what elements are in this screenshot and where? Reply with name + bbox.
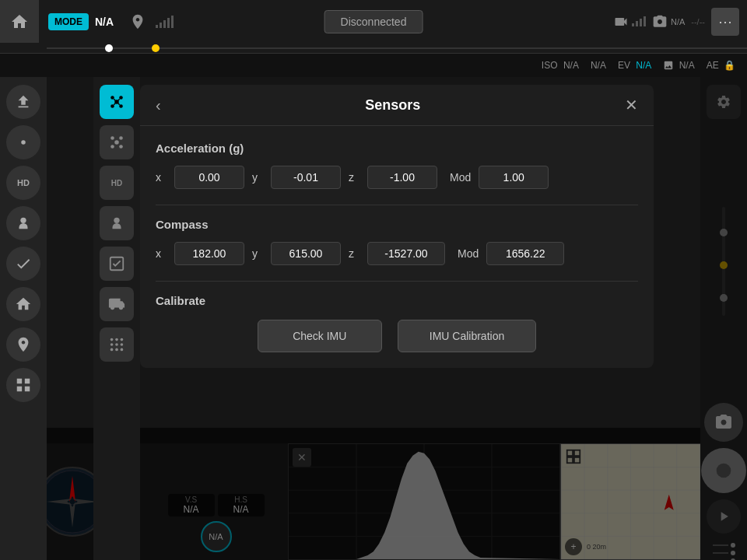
acc-z-field[interactable] — [367, 166, 437, 189]
connection-status-button[interactable]: Disconnected — [324, 10, 423, 33]
sidebar-btn-location[interactable] — [6, 327, 40, 362]
svg-point-12 — [110, 136, 114, 140]
date-time: --/-- — [691, 17, 705, 26]
checklist-icon — [15, 255, 32, 272]
svg-point-14 — [110, 145, 114, 149]
icon-panel-hd-btn[interactable]: HD — [100, 166, 134, 200]
modal-overlay: HD — [47, 77, 747, 560]
comp-y-label: y — [252, 247, 263, 260]
svg-point-1 — [20, 218, 26, 223]
top-bar: MODE N/A Disconnected — [0, 0, 747, 43]
signal-bars — [156, 16, 174, 28]
video-signal-area — [613, 14, 646, 30]
sidebar-btn-hd[interactable]: HD — [6, 166, 40, 200]
acc-y-label: y — [252, 171, 263, 184]
more-button[interactable]: ⋯ — [711, 8, 739, 36]
comp-x-field[interactable] — [174, 242, 244, 265]
checklist2-icon — [108, 255, 125, 272]
signal-area — [120, 13, 183, 30]
ev-value: N/A — [636, 60, 651, 71]
main-content: HD — [0, 77, 747, 560]
sidebar-btn-upload[interactable] — [6, 85, 40, 119]
svg-point-4 — [119, 96, 123, 100]
svg-point-6 — [119, 104, 123, 108]
svg-point-18 — [110, 338, 114, 341]
svg-point-26 — [121, 348, 124, 352]
acc-z-label: z — [349, 171, 359, 184]
check-imu-button[interactable]: Check IMU — [258, 320, 382, 352]
svg-point-13 — [119, 136, 123, 140]
icon-panel-drone-btn[interactable] — [100, 85, 134, 119]
yellow-slider-handle[interactable] — [152, 44, 160, 52]
image-value: N/A — [679, 60, 695, 71]
acc-x-field[interactable] — [174, 166, 244, 189]
svg-point-25 — [115, 348, 118, 352]
svg-line-10 — [118, 103, 120, 105]
pilot-icon — [15, 215, 32, 232]
icon-panel-grid-btn[interactable] — [100, 327, 134, 362]
image-icon-area: N/A — [663, 60, 694, 72]
mode-badge[interactable]: MODE — [48, 13, 89, 30]
acc-y-field[interactable] — [271, 166, 341, 189]
modal-body: Acceleration (g) x y z Mod Compass x — [140, 126, 654, 368]
svg-point-21 — [110, 343, 114, 346]
sidebar-btn-drone[interactable] — [6, 125, 40, 159]
white-slider-handle[interactable] — [105, 44, 113, 52]
upload-icon — [15, 93, 32, 110]
svg-line-9 — [114, 103, 115, 105]
sidebar-btn-pilot[interactable] — [6, 206, 40, 240]
image-icon — [663, 60, 674, 71]
comp-mod-field[interactable] — [486, 242, 564, 265]
camera-signal-area: N/A — [652, 14, 685, 30]
compass-row: x y z Mod — [156, 242, 638, 265]
icon-panel-checklist-btn[interactable] — [100, 247, 134, 281]
svg-point-3 — [110, 96, 114, 100]
icon-panel: HD — [93, 77, 140, 560]
camera-top-icon — [652, 14, 668, 30]
svg-point-5 — [110, 104, 114, 108]
svg-line-7 — [114, 99, 115, 100]
sidebar-btn-grid[interactable] — [6, 368, 40, 402]
location-icon — [15, 336, 32, 353]
top-bar-left: MODE N/A — [0, 0, 613, 43]
modal-back-button[interactable]: ‹ — [156, 96, 161, 114]
home-button[interactable] — [0, 0, 39, 43]
exposure-value: N/A — [591, 60, 606, 71]
sensors-modal: ‹ Sensors ✕ Acceleration (g) x y z Mod — [140, 85, 654, 368]
sidebar-btn-checklist[interactable] — [6, 247, 40, 281]
calibrate-label: Calibrate — [156, 294, 638, 307]
icon-panel-warehouse-btn[interactable] — [100, 287, 134, 321]
icon-panel-drone2-btn[interactable] — [100, 125, 134, 159]
left-sidebar: HD — [0, 77, 47, 560]
svg-point-11 — [114, 140, 119, 145]
icon-panel-pilot-btn[interactable] — [100, 206, 134, 240]
sidebar-btn-warehouse[interactable] — [6, 287, 40, 321]
modal-close-button[interactable]: ✕ — [625, 96, 638, 114]
active-drone-icon — [108, 93, 125, 110]
imu-calibration-button[interactable]: IMU Calibration — [398, 320, 536, 352]
svg-point-0 — [21, 140, 26, 145]
comp-x-label: x — [156, 247, 167, 260]
comp-z-field[interactable] — [367, 242, 445, 265]
warehouse-icon — [15, 296, 32, 313]
comp-mod-label: Mod — [458, 247, 479, 260]
drone2-icon — [108, 134, 125, 151]
svg-point-15 — [119, 145, 123, 149]
acc-mod-label: Mod — [450, 171, 471, 184]
grid-icon — [15, 376, 32, 394]
iso-value: N/A — [563, 60, 579, 71]
modal-title: Sensors — [161, 97, 625, 114]
svg-point-24 — [110, 348, 114, 352]
warehouse2-icon — [108, 296, 125, 313]
slider-bar — [0, 43, 747, 54]
comp-y-field[interactable] — [271, 242, 341, 265]
grid2-icon — [108, 336, 125, 353]
svg-point-23 — [121, 343, 124, 346]
calibrate-buttons: Check IMU IMU Calibration — [156, 320, 638, 352]
drone-icon — [15, 134, 32, 151]
video-icon — [613, 14, 629, 30]
svg-point-22 — [115, 343, 118, 346]
acc-mod-field[interactable] — [479, 166, 549, 189]
top-center: Disconnected — [324, 10, 423, 33]
modal-header: ‹ Sensors ✕ — [140, 85, 654, 126]
